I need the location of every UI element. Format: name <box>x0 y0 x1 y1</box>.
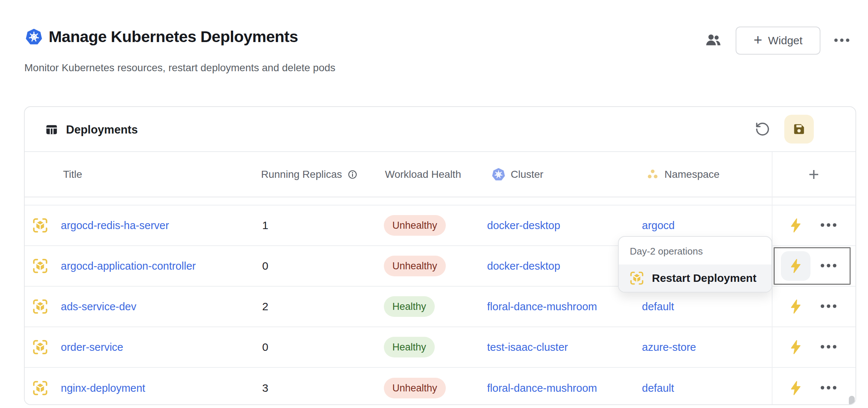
lightning-icon <box>788 298 804 315</box>
deployment-title-link[interactable]: order-service <box>61 341 123 353</box>
page-title: Manage Kubernetes Deployments <box>49 26 298 47</box>
column-header-cluster: Cluster <box>492 152 544 197</box>
day2-operations-button[interactable] <box>788 298 804 315</box>
cluster-link[interactable]: floral-dance-mushroom <box>487 301 597 313</box>
deployment-icon <box>629 270 645 286</box>
replicas-value: 2 <box>262 300 268 313</box>
table-header-row: Title Running Replicas Workload Health C… <box>25 152 855 197</box>
ellipsis-icon <box>820 343 837 350</box>
menu-item-label: Restart Deployment <box>652 272 756 284</box>
deployment-icon <box>32 298 49 315</box>
add-widget-button[interactable]: + Widget <box>736 27 820 55</box>
namespace-link[interactable]: argocd <box>642 219 675 232</box>
namespace-link[interactable]: default <box>642 301 674 313</box>
row-more-menu-button[interactable] <box>819 299 838 314</box>
replicas-value: 1 <box>262 219 268 232</box>
column-header-health: Workload Health <box>385 152 461 197</box>
users-icon[interactable] <box>704 32 723 49</box>
ellipsis-icon <box>820 222 837 228</box>
deployment-icon <box>32 380 49 397</box>
replicas-value: 0 <box>262 260 268 272</box>
ellipsis-icon <box>820 384 837 391</box>
replicas-value: 3 <box>262 382 268 394</box>
ellipsis-icon <box>833 37 850 44</box>
workload-health-badge: Healthy <box>384 296 435 317</box>
deployment-title-link[interactable]: nginx-deployment <box>61 382 145 394</box>
lightning-icon <box>788 379 804 397</box>
table-row: ads-service-dev 2 Healthy floral-dance-m… <box>25 287 855 327</box>
plus-icon <box>807 168 820 181</box>
day2-operations-button[interactable] <box>788 257 804 275</box>
table-row: order-service 0 Healthy test-isaac-clust… <box>25 327 855 368</box>
namespace-link[interactable]: azure-store <box>642 341 696 353</box>
workload-health-badge: Unhealthy <box>384 256 446 276</box>
lightning-icon <box>788 217 804 234</box>
kubernetes-cluster-icon <box>492 167 506 181</box>
page-subtitle: Monitor Kubernetes resources, restart de… <box>24 62 336 74</box>
deployment-title-link[interactable]: argocd-redis-ha-server <box>61 219 169 232</box>
undo-button[interactable] <box>754 121 771 138</box>
workload-health-badge: Unhealthy <box>384 378 446 398</box>
column-header-cluster-label: Cluster <box>511 169 544 180</box>
workload-health-badge: Unhealthy <box>384 215 446 236</box>
column-header-namespace: Namespace <box>646 152 719 197</box>
kubernetes-logo-icon <box>25 28 43 46</box>
cluster-link[interactable]: test-isaac-cluster <box>487 341 568 353</box>
ellipsis-icon <box>820 303 837 310</box>
save-icon <box>792 122 806 136</box>
day2-operations-button[interactable] <box>788 379 804 397</box>
namespace-icon <box>646 168 659 181</box>
lightning-icon <box>788 338 804 356</box>
add-widget-label: Widget <box>768 34 802 47</box>
deployment-icon <box>32 257 49 274</box>
row-more-menu-button[interactable] <box>819 340 838 355</box>
add-column-button[interactable] <box>772 152 855 197</box>
widget-header: Deployments <box>25 107 855 152</box>
lightning-icon <box>788 257 804 275</box>
deployment-icon <box>32 217 49 234</box>
deployment-title-link[interactable]: argocd-application-controller <box>61 260 196 272</box>
deployment-icon <box>32 339 49 356</box>
column-header-replicas-label: Running Replicas <box>261 169 342 180</box>
cluster-link[interactable]: floral-dance-mushroom <box>487 382 597 394</box>
column-header-health-label: Workload Health <box>385 169 461 180</box>
column-header-title: Title <box>63 152 82 197</box>
deployment-title-link[interactable]: ads-service-dev <box>61 301 136 313</box>
page: Manage Kubernetes Deployments + Widget M… <box>0 0 868 408</box>
menu-item-restart-deployment[interactable]: Restart Deployment <box>619 264 771 292</box>
day2-operations-menu: Day-2 operations Restart Deployment <box>618 236 772 293</box>
table-row: nginx-deployment 3 Unhealthy floral-danc… <box>25 368 855 405</box>
scrolled-row-sliver <box>25 197 855 205</box>
day2-operations-button[interactable] <box>788 217 804 234</box>
undo-icon <box>755 121 770 137</box>
menu-section-label: Day-2 operations <box>630 246 703 257</box>
info-icon[interactable] <box>347 169 358 180</box>
vertical-scrollbar-thumb[interactable] <box>849 396 855 405</box>
namespace-link[interactable]: default <box>642 382 674 394</box>
column-header-title-label: Title <box>63 169 82 180</box>
cluster-link[interactable]: docker-desktop <box>487 219 560 232</box>
row-more-menu-button[interactable] <box>819 259 838 273</box>
table-icon <box>45 122 59 136</box>
row-more-menu-button[interactable] <box>819 218 838 233</box>
column-header-namespace-label: Namespace <box>664 169 719 180</box>
save-button[interactable] <box>784 115 814 144</box>
plus-icon: + <box>754 32 762 47</box>
cluster-link[interactable]: docker-desktop <box>487 260 560 272</box>
replicas-value: 0 <box>262 341 268 353</box>
workload-health-badge: Healthy <box>384 337 435 357</box>
widget-title: Deployments <box>66 123 138 136</box>
row-more-menu-button[interactable] <box>819 381 838 395</box>
column-header-replicas: Running Replicas <box>261 152 358 197</box>
page-more-menu-button[interactable] <box>830 32 853 49</box>
day2-operations-button[interactable] <box>788 338 804 356</box>
ellipsis-icon <box>820 262 837 269</box>
